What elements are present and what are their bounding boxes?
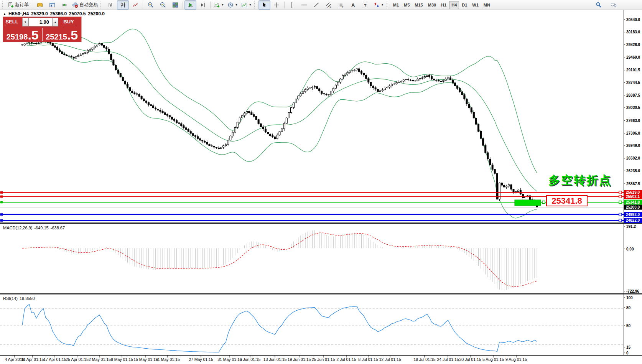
candle-body — [230, 136, 231, 140]
volume-decrease-button[interactable]: ▼ — [22, 18, 28, 26]
time-axis-label[interactable]: 5 Aug 01:15 — [482, 357, 504, 362]
dropdown-caret-icon[interactable]: ▼ — [235, 3, 238, 6]
time-axis-label[interactable]: 27 May 01:15 — [189, 357, 213, 362]
time-axis-label[interactable]: 25 Jun 01:15 — [312, 357, 335, 362]
timeframe-m15-button[interactable]: M15 — [412, 1, 425, 9]
chart-shift-button[interactable] — [197, 0, 209, 10]
candlestick-button[interactable] — [117, 0, 129, 10]
timeframe-mn-button[interactable]: MN — [481, 1, 492, 9]
time-axis-label[interactable]: 8 May 01:15 — [111, 357, 133, 362]
cursor-button[interactable] — [258, 0, 270, 10]
time-axis-label[interactable]: 15 May 01:15 — [133, 357, 158, 362]
candle-body — [473, 112, 474, 118]
time-axis-label[interactable]: 8 Jul 01:15 — [358, 357, 378, 362]
line-handle[interactable] — [619, 195, 622, 198]
sell-price[interactable]: 25198.5 — [3, 27, 42, 42]
new-chart-button[interactable]: ▼ — [212, 0, 226, 10]
time-axis-label[interactable]: 9 Aug 01:15 — [505, 357, 527, 362]
chat-button[interactable] — [607, 0, 619, 10]
time-axis-label[interactable]: 18 Jul 01:15 — [413, 357, 435, 362]
sell-button[interactable]: SELL — [3, 17, 21, 27]
chart-area[interactable]: 30540.030183.029826.029469.029101.528744… — [0, 0, 642, 364]
zoom-in-button[interactable] — [145, 0, 156, 10]
text-button[interactable]: A — [347, 0, 359, 10]
candle-body — [71, 56, 72, 57]
navigator-button[interactable] — [46, 0, 58, 10]
rsi-axis-label: 15 — [626, 345, 631, 349]
templates-button[interactable]: ▼ — [240, 0, 253, 10]
periods-icon — [227, 2, 234, 8]
tile-windows-button[interactable] — [169, 0, 181, 10]
line-handle[interactable] — [619, 219, 622, 222]
candle-body — [127, 84, 128, 87]
dropdown-caret-icon[interactable]: ▼ — [249, 3, 252, 6]
toolbar-separator — [284, 2, 285, 8]
line-handle[interactable] — [0, 213, 3, 216]
volume-increase-button[interactable]: ▲ — [52, 18, 58, 26]
timeframe-m1-button[interactable]: M1 — [391, 1, 401, 9]
line-handle[interactable] — [542, 201, 545, 204]
time-axis-label[interactable]: 24 Jul 01:15 — [437, 357, 459, 362]
line-handle[interactable] — [0, 191, 3, 194]
horizontal-line-button[interactable] — [298, 0, 310, 10]
timeframe-m30-button[interactable]: M30 — [426, 1, 438, 9]
line-handle[interactable] — [619, 201, 622, 204]
candle-body — [183, 126, 184, 128]
new-order-button[interactable]: 新订单 — [6, 0, 30, 10]
trendline-button[interactable] — [311, 0, 323, 10]
auto-scroll-button[interactable] — [184, 0, 196, 10]
time-axis-label[interactable]: 21 May 01:15 — [155, 357, 180, 362]
line-handle[interactable] — [0, 195, 3, 198]
candle-body — [464, 95, 465, 99]
timeframe-m5-button[interactable]: M5 — [402, 1, 412, 9]
price-tag: 24992.0 — [624, 212, 642, 217]
time-axis-label[interactable]: 31 May 01:15 — [217, 357, 242, 362]
candle-body — [384, 88, 386, 90]
buy-button[interactable]: BUY — [60, 17, 77, 27]
signals-button[interactable] — [58, 0, 70, 10]
time-axis-label[interactable]: 25 Apr 01:15 — [66, 357, 89, 362]
turning-point-annotation[interactable]: 多空转折点 — [548, 173, 612, 188]
time-axis-label[interactable]: 17 Apr 01:15 — [43, 357, 66, 362]
time-axis-label[interactable]: 19 Jun 01:15 — [288, 357, 311, 362]
line-handle[interactable] — [0, 201, 3, 203]
timeframe-h4-button[interactable]: H4 — [449, 1, 459, 9]
time-axis-label[interactable]: 13 Jun 01:15 — [263, 357, 287, 362]
arrows-button[interactable]: ▼ — [372, 0, 385, 10]
timeframe-d1-button[interactable]: D1 — [459, 1, 469, 9]
timeframe-w1-button[interactable]: W1 — [470, 1, 481, 9]
time-axis-label[interactable]: 2 May 01:15 — [89, 357, 111, 362]
buy-price[interactable]: 25215.5 — [43, 27, 82, 42]
collapse-panel-toggle[interactable]: ▲ — [3, 12, 6, 16]
text-label-button[interactable]: T — [360, 0, 372, 10]
line-chart-button[interactable] — [129, 0, 141, 10]
fibonacci-button[interactable]: F — [335, 0, 347, 10]
time-axis-label[interactable]: 12 Jul 01:15 — [379, 357, 401, 362]
zoom-out-button[interactable] — [157, 0, 169, 10]
periods-button[interactable]: ▼ — [226, 0, 239, 10]
autotrade-button[interactable]: 自动交易 — [71, 0, 99, 10]
time-axis-label[interactable]: 2 Jul 01:15 — [336, 357, 356, 362]
ohlc-close: 25200.0 — [88, 11, 104, 16]
equidistant-channel-button[interactable]: E — [323, 0, 335, 10]
line-handle[interactable] — [619, 191, 622, 194]
market-watch-button[interactable] — [34, 0, 46, 10]
line-handle[interactable] — [619, 213, 622, 216]
volume-input[interactable] — [28, 18, 52, 26]
time-axis-label[interactable]: 11 Apr 01:15 — [21, 357, 44, 362]
time-axis-label[interactable]: 30 Jul 01:15 — [459, 357, 481, 362]
crosshair-button[interactable] — [271, 0, 283, 10]
dropdown-caret-icon[interactable]: ▼ — [381, 3, 384, 6]
timeframe-h1-button[interactable]: H1 — [439, 1, 449, 9]
price-callout-box[interactable]: 25341.8 — [546, 195, 588, 206]
line-handle[interactable] — [0, 219, 3, 222]
new-chart-icon — [214, 2, 220, 8]
time-axis-label[interactable]: 6 Jun 01:15 — [240, 357, 261, 362]
vertical-line-button[interactable] — [286, 0, 298, 10]
search-button[interactable] — [593, 0, 604, 10]
dropdown-caret-icon[interactable]: ▼ — [221, 3, 224, 6]
chart-header: ▲ HK50-,H4 25329.0 25366.0 25070.5 25200… — [3, 11, 105, 16]
bar-chart-button[interactable] — [105, 0, 117, 10]
highlight-zone[interactable] — [515, 200, 541, 206]
one-click-trade-panel: SELL ▼ ▲ BUY 25198.5 25215.5 — [3, 17, 81, 42]
